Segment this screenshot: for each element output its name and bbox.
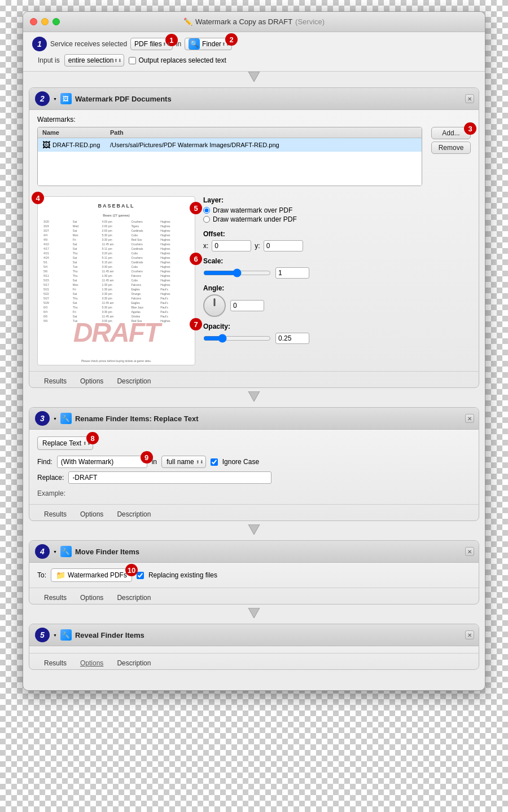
badge-7: 7 <box>190 318 202 330</box>
connector-4 <box>23 608 485 620</box>
scale-value-input[interactable] <box>275 267 309 279</box>
step-badge-1: 1 <box>32 37 47 51</box>
watermark-row-0[interactable]: 🖼 DRAFT-RED.png /Users/sal/Pictures/PDF … <box>38 138 422 152</box>
destination-folder[interactable]: 📁 Watermarked PDFs <box>51 568 132 582</box>
watermark-tab-options[interactable]: Options <box>73 375 110 387</box>
badge-4: 4 <box>32 192 44 204</box>
title-bar: ✏️ Watermark a Copy as DRAFT (Service) <box>23 12 485 32</box>
watermark-table: Name Path 🖼 DRAFT-RED.png /Users/sal/Pic… <box>37 127 422 186</box>
watermark-content: BASEBALL Bears (27 games) 3/20Sat4:00 pm… <box>37 196 471 365</box>
replace-input[interactable] <box>68 471 271 484</box>
badge-9: 9 <box>141 451 153 464</box>
rename-title: Rename Finder Items: Replace Text <box>75 414 199 423</box>
input-dropdown[interactable]: entire selection <box>64 54 125 67</box>
doc-rows: 3/20Sat4:00 pmCrushersHughes 3/24Wed2:00… <box>43 220 189 323</box>
ignore-case-label: Ignore Case <box>222 458 259 466</box>
service-label-1: Service receives selected <box>50 40 127 48</box>
layer-over-radio[interactable] <box>203 207 210 214</box>
move-tab-description[interactable]: Description <box>110 592 157 604</box>
badge-10: 10 <box>125 564 138 576</box>
preview-area: BASEBALL Bears (27 games) 3/20Sat4:00 pm… <box>37 196 195 365</box>
rename-block: 3 ▼ 🔧 Rename Finder Items: Replace Text … <box>29 407 479 521</box>
window-title: ✏️ Watermark a Copy as DRAFT (Service) <box>183 17 325 26</box>
connector-2 <box>23 391 485 404</box>
to-label: To: <box>37 571 46 579</box>
replace-row: Replace: <box>37 471 471 484</box>
col-path-header: Path <box>110 129 417 136</box>
find-label: Find: <box>37 458 52 466</box>
rename-tab-results[interactable]: Results <box>37 508 73 520</box>
connector-3 <box>23 524 485 537</box>
step-5-badge: 5 <box>35 628 50 642</box>
offset-x-input[interactable] <box>212 240 251 251</box>
watermark-title: Watermark PDF Documents <box>75 95 172 103</box>
move-close-button[interactable]: ✕ <box>465 547 474 556</box>
move-tab-results[interactable]: Results <box>37 592 73 604</box>
scale-slider-row <box>203 267 471 279</box>
rename-icon: 🔧 <box>60 413 72 424</box>
close-button[interactable] <box>30 18 37 25</box>
watermarks-label: Watermarks: <box>37 116 471 123</box>
reveal-tab-description[interactable]: Description <box>110 657 157 669</box>
watermark-file-name: 🖼 DRAFT-RED.png <box>42 140 110 149</box>
reveal-body <box>29 646 479 653</box>
watermark-tabs: Results Options Description <box>29 371 479 387</box>
move-title: Move Finder Items <box>75 548 139 556</box>
watermark-buttons: Add... 3 Remove <box>431 127 471 192</box>
move-tab-options[interactable]: Options <box>73 592 110 604</box>
offset-y-input[interactable] <box>264 240 303 251</box>
offset-group: Offset: x: y: <box>203 230 471 251</box>
angle-row <box>203 294 471 317</box>
minimize-button[interactable] <box>41 18 49 25</box>
watermark-tab-description[interactable]: Description <box>110 375 157 387</box>
remove-button[interactable]: Remove <box>431 142 471 154</box>
output-replaces-checkbox[interactable] <box>129 57 136 64</box>
angle-label: Angle: <box>203 284 471 292</box>
reveal-close-button[interactable]: ✕ <box>465 630 474 639</box>
svg-marker-1 <box>248 391 260 401</box>
replace-existing-checkbox[interactable] <box>137 572 144 579</box>
scale-slider[interactable] <box>203 268 271 277</box>
pdf-files-dropdown[interactable]: PDF files 1 <box>130 38 173 50</box>
preview-wrapper: BASEBALL Bears (27 games) 3/20Sat4:00 pm… <box>37 196 195 365</box>
layer-over-row: Draw watermark over PDF <box>203 206 297 214</box>
fullscreen-button[interactable] <box>52 18 60 25</box>
angle-value-input[interactable] <box>230 300 264 311</box>
badge-1: 1 <box>165 34 178 46</box>
move-header: 4 ▼ 🔧 Move Finder Items ✕ <box>29 541 479 563</box>
rename-close-button[interactable]: ✕ <box>465 414 474 423</box>
watermark-table-empty <box>38 152 422 186</box>
move-body: To: 📁 Watermarked PDFs 10 Replacing exis… <box>29 563 479 588</box>
rename-tab-options[interactable]: Options <box>73 508 110 520</box>
angle-group: Angle: <box>203 284 471 317</box>
connector-arrow-4 <box>243 608 265 620</box>
move-tabs: Results Options Description <box>29 588 479 604</box>
find-input[interactable] <box>57 456 147 468</box>
svg-marker-2 <box>248 524 260 535</box>
destination-wrapper: 📁 Watermarked PDFs 10 <box>51 568 132 582</box>
opacity-value-input[interactable] <box>275 333 309 344</box>
ignore-case-checkbox[interactable] <box>211 458 218 466</box>
rename-tab-description[interactable]: Description <box>110 508 157 520</box>
watermark-tab-results[interactable]: Results <box>37 375 73 387</box>
example-label: Example: <box>37 489 65 497</box>
in-dropdown[interactable]: full name <box>161 456 206 468</box>
scale-label-wrapper: 6 Scale: <box>203 257 223 267</box>
layer-label: Layer: <box>203 196 471 204</box>
rename-tabs: Results Options Description <box>29 504 479 520</box>
finder-icon: 🔍 <box>189 38 200 50</box>
watermark-close-button[interactable]: ✕ <box>465 94 474 103</box>
destination-label: Watermarked PDFs <box>68 571 127 579</box>
reveal-tab-options[interactable]: Options <box>73 657 110 669</box>
badge-6: 6 <box>190 253 202 265</box>
opacity-slider[interactable] <box>203 334 271 343</box>
operation-dropdown[interactable]: Replace Text <box>37 436 93 450</box>
svg-marker-3 <box>248 608 260 618</box>
angle-dial[interactable] <box>203 294 226 317</box>
offset-inputs: x: y: <box>203 240 471 251</box>
badge-2: 2 <box>225 33 238 46</box>
find-input-wrapper: 9 <box>57 456 147 468</box>
reveal-tab-results[interactable]: Results <box>37 657 73 669</box>
reveal-icon: 🔧 <box>60 629 72 641</box>
layer-under-radio[interactable] <box>203 216 210 223</box>
